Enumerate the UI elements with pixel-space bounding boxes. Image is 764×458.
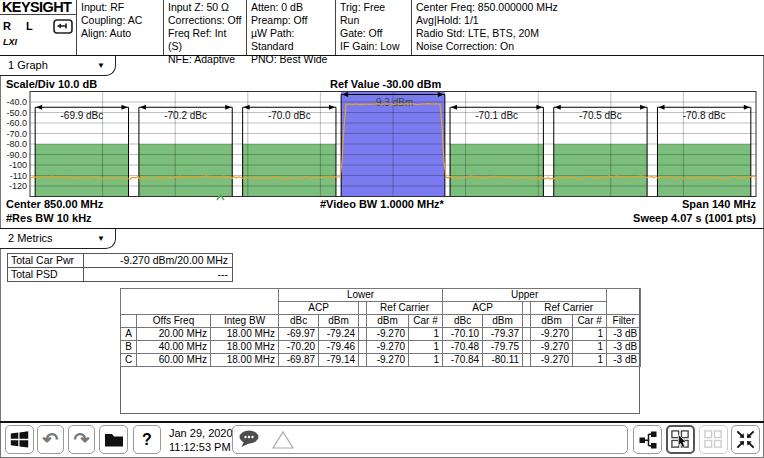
scale-div-label: Scale/Div 10.0 dB: [6, 78, 97, 91]
offs-freq: 40.00 MHz: [137, 341, 211, 354]
status-field: PNO: Best Wide: [251, 53, 331, 66]
upper-dbm: -80.11: [483, 354, 523, 367]
svg-text:-110: -110: [10, 171, 27, 181]
upper-ref-dbm: -9.270: [531, 354, 573, 367]
metric-label: Total PSD: [8, 268, 84, 281]
windows-menu-button[interactable]: [5, 425, 34, 454]
redo-icon: ↷: [74, 428, 90, 451]
undo-icon: ↶: [43, 428, 59, 451]
message-bubble-icon: [238, 429, 262, 450]
col-header: dBc: [279, 315, 319, 328]
file-button[interactable]: [99, 425, 128, 454]
status-field: Center Freq: 850.000000 MHz: [416, 1, 760, 14]
upper-ref-dbm: -9.270: [531, 341, 573, 354]
brand-logo: KEYSIGHT: [0, 0, 76, 15]
lower-car-num: 1: [409, 341, 443, 354]
date-text: Jan 29, 2020: [169, 426, 233, 440]
metrics-row-total-psd: Total PSD ---: [8, 267, 232, 281]
redo-button[interactable]: ↷: [68, 425, 95, 454]
lower-dbc: -69.97: [279, 328, 319, 341]
svg-text:-80.0: -80.0: [6, 139, 27, 149]
col-header: dBm: [483, 315, 523, 328]
lower-dbm: -79.46: [319, 341, 359, 354]
collapse-arrows-icon: [735, 429, 756, 450]
status-col-trig: Trig: Free Run Gate: Off IF Gain: Low: [335, 0, 411, 55]
group-header-upper: Upper: [443, 289, 607, 302]
svg-text:-70.1 dBc: -70.1 dBc: [475, 110, 518, 121]
lower-dbm: -79.14: [319, 354, 359, 367]
lower-ref-dbm: -9.270: [367, 341, 409, 354]
svg-text:-90.0: -90.0: [6, 150, 27, 160]
keysight-screen-icon: [53, 19, 73, 34]
integ-bw: 18.00 MHz: [211, 328, 279, 341]
svg-text:-70.0 dBc: -70.0 dBc: [268, 110, 311, 121]
filter-value: -3 dB: [607, 328, 641, 341]
center-freq-annotation: Center 850.00 MHz: [6, 198, 103, 211]
rl-indicators: R L: [3, 20, 39, 32]
metrics-selector-dropdown[interactable]: 2 Metrics ▼: [0, 229, 116, 249]
group-header-lower: Lower: [279, 289, 443, 302]
ref-value-label: Ref Value -30.00 dBm: [330, 78, 441, 91]
integ-bw: 18.00 MHz: [211, 354, 279, 367]
time-text: 11:12:53 PM: [169, 440, 233, 454]
status-field: IF Gain: Low: [340, 40, 407, 53]
acp-row-c: C 60.00 MHz 18.00 MHz -69.87 -79.14 -9.2…: [121, 354, 641, 367]
window-select-button[interactable]: [666, 425, 695, 454]
svg-text:-70.0: -70.0: [6, 129, 27, 139]
col-header: Integ BW: [211, 315, 279, 328]
upper-car-num: 1: [573, 341, 607, 354]
folder-icon: [104, 431, 124, 448]
acp-row-a: A 20.00 MHz 18.00 MHz -69.97 -79.24 -9.2…: [121, 328, 641, 341]
col-header: dBc: [443, 315, 483, 328]
svg-text:-70.2 dBc: -70.2 dBc: [164, 110, 207, 121]
multi-window-button[interactable]: [699, 425, 728, 454]
status-field: Coupling: AC: [81, 14, 159, 27]
metrics-selector-label: 2 Metrics: [8, 232, 53, 244]
svg-text:-50.0: -50.0: [6, 108, 27, 118]
upper-dbm: -79.37: [483, 328, 523, 341]
toolbar-divider: [0, 421, 764, 423]
status-col-freq: Center Freq: 850.000000 MHz Avg|Hold: 1/…: [411, 0, 764, 55]
col-header: dBm: [367, 315, 409, 328]
metrics-row-total-car-pwr: Total Car Pwr -9.270 dBm/20.00 MHz: [8, 254, 232, 267]
svg-text:-70.5 dBc: -70.5 dBc: [579, 110, 622, 121]
svg-text:-9.3 dBm: -9.3 dBm: [373, 97, 414, 108]
filter-value: -3 dB: [607, 354, 641, 367]
acp-column-header-row: Offs Freq Integ BW dBc dBm dBm Car # dBc…: [121, 315, 641, 328]
offs-freq: 20.00 MHz: [137, 328, 211, 341]
chevron-down-icon: ▼: [97, 229, 105, 248]
help-icon: ?: [142, 431, 152, 449]
acp-table: Lower Upper ACP Ref Carrier ACP Ref Carr…: [120, 288, 641, 367]
block-diagram-button[interactable]: [633, 425, 662, 454]
datetime-display: Jan 29, 2020 11:12:53 PM: [169, 426, 233, 454]
status-field: µW Path: Standard: [251, 27, 331, 53]
res-bw-annotation: #Res BW 10 kHz: [6, 212, 92, 225]
upper-dbc: -70.10: [443, 328, 483, 341]
subheader-ref-carrier: Ref Carrier: [367, 302, 443, 315]
undo-button[interactable]: ↶: [37, 425, 64, 454]
lower-dbc: -70.20: [279, 341, 319, 354]
col-header: Car #: [573, 315, 607, 328]
col-header: dBm: [319, 315, 359, 328]
status-field: NFE: Adaptive: [168, 53, 242, 66]
svg-text:-100: -100: [9, 160, 27, 170]
spectrum-plot[interactable]: -40.0-50.0-60.0-70.0-80.0-90.0-100-110-1…: [0, 91, 764, 204]
lower-ref-dbm: -9.270: [367, 354, 409, 367]
graph-selector-label: 1 Graph: [8, 59, 48, 71]
fullscreen-toggle-button[interactable]: [731, 425, 760, 454]
col-header: Offs Freq: [137, 315, 211, 328]
help-button[interactable]: ?: [133, 425, 161, 454]
warning-triangle-icon: [271, 430, 295, 450]
col-header: Filter: [607, 315, 641, 328]
status-field: Atten: 0 dB: [251, 1, 331, 14]
row-id: B: [121, 341, 137, 354]
upper-dbc: -70.84: [443, 354, 483, 367]
upper-car-num: 1: [573, 328, 607, 341]
status-message-area[interactable]: [232, 425, 628, 454]
subheader-acp: ACP: [443, 302, 523, 315]
col-header: Car #: [409, 315, 443, 328]
status-field: Align: Auto: [81, 27, 159, 40]
svg-text:-120: -120: [9, 181, 27, 191]
graph-selector-dropdown[interactable]: 1 Graph ▼: [0, 56, 116, 76]
subheader-acp: ACP: [279, 302, 359, 315]
